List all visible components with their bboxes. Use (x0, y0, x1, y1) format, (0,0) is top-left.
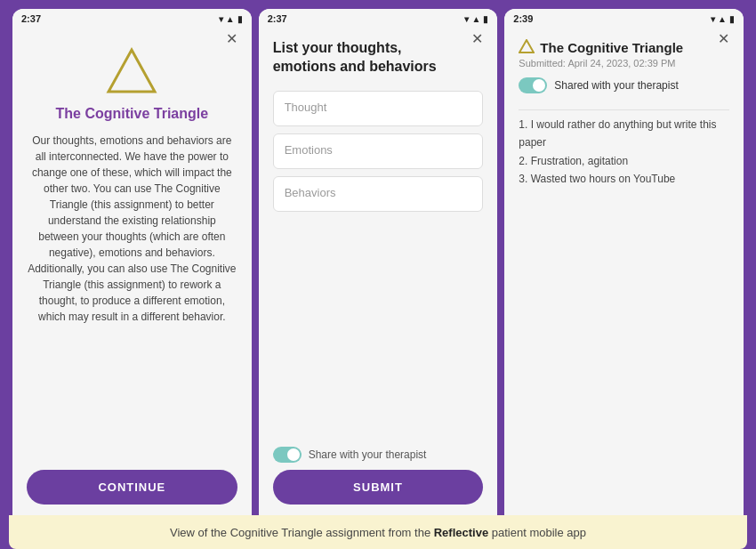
behaviors-placeholder: Behaviors (285, 186, 336, 199)
battery-icon-2: ▮ (483, 14, 488, 24)
thought-field[interactable]: Thought (273, 91, 484, 126)
screen2-title: List your thoughts, emotions and behavio… (273, 39, 484, 77)
screen3-title-text: The Cognitive Triangle (540, 40, 683, 55)
wifi-icon: ▾ (219, 14, 223, 24)
emotions-placeholder: Emotions (285, 143, 333, 157)
status-bar-1: 2:37 ▾ ▲ ▮ (12, 9, 252, 28)
entry-1: 1. I would rather do anything but write … (519, 116, 729, 152)
screen-content-1: The Cognitive Triangle Our thoughts, emo… (12, 28, 252, 515)
triangle-container (27, 46, 237, 95)
share-toggle[interactable] (273, 447, 302, 463)
status-icons-3: ▾ ▲ ▮ (711, 14, 735, 24)
emotions-field[interactable]: Emotions (273, 133, 484, 169)
divider (519, 109, 729, 110)
screen2-bottom: Share with your therapist SUBMIT (273, 432, 484, 505)
entries-list: 1. I would rather do anything but write … (519, 116, 729, 189)
battery-icon: ▮ (237, 14, 243, 24)
screen-content-3: The Cognitive Triangle Submitted: April … (504, 28, 744, 515)
svg-marker-1 (519, 40, 534, 52)
footer-text-before: View of the Cognitive Triangle assignmen… (170, 526, 434, 539)
shared-toggle-row: Shared with your therapist (519, 77, 729, 93)
submit-button[interactable]: SUBMIT (273, 470, 484, 505)
footer-text-after: patient mobile app (488, 526, 586, 539)
close-button-2[interactable]: ✕ (468, 28, 487, 49)
triangle-small-icon (519, 39, 535, 56)
share-label: Share with your therapist (309, 448, 427, 461)
entry-2: 2. Frustration, agitation (519, 152, 729, 170)
status-bar-2: 2:37 ▾ ▲ ▮ (259, 9, 498, 28)
screen-content-2: List your thoughts, emotions and behavio… (259, 28, 498, 515)
time-1: 2:37 (21, 13, 41, 24)
entry-3: 3. Wasted two hours on YouTube (519, 170, 729, 188)
share-row: Share with your therapist (273, 440, 484, 463)
form-fields: Thought Emotions Behaviors (273, 91, 484, 219)
shared-label: Shared with your therapist (554, 79, 678, 92)
screen-1: 2:37 ▾ ▲ ▮ ✕ The Cognitive Triangle Our … (12, 9, 252, 515)
close-button-3[interactable]: ✕ (714, 28, 733, 49)
footer-brand: Reflective (434, 526, 488, 539)
close-button-1[interactable]: ✕ (222, 28, 241, 49)
status-icons-1: ▾ ▲ ▮ (219, 14, 243, 24)
svg-marker-0 (109, 50, 155, 92)
time-2: 2:37 (268, 13, 287, 24)
shared-toggle[interactable] (519, 77, 547, 93)
status-icons-2: ▾ ▲ ▮ (464, 14, 488, 24)
wifi-icon-2: ▾ (464, 14, 469, 24)
signal-icon-2: ▲ (471, 14, 480, 24)
status-bar-3: 2:39 ▾ ▲ ▮ (504, 9, 744, 28)
wifi-icon-3: ▾ (711, 14, 715, 24)
footer-text: View of the Cognitive Triangle assignmen… (170, 526, 586, 539)
behaviors-field[interactable]: Behaviors (273, 176, 484, 212)
screen1-body: Our thoughts, emotions and behaviors are… (27, 133, 237, 456)
submitted-label: Submitted: April 24, 2023, 02:39 PM (519, 58, 729, 69)
screen1-title: The Cognitive Triangle (27, 106, 237, 122)
triangle-icon (105, 46, 158, 95)
battery-icon-3: ▮ (729, 14, 735, 24)
continue-button[interactable]: CONTINUE (27, 470, 237, 505)
thought-placeholder: Thought (285, 101, 327, 114)
signal-icon: ▲ (226, 14, 235, 24)
footer-bar: View of the Cognitive Triangle assignmen… (9, 515, 747, 549)
screen-3: 2:39 ▾ ▲ ▮ ✕ The Cognitive Triangle Subm… (504, 9, 744, 515)
signal-icon-3: ▲ (718, 14, 727, 24)
screen3-title: The Cognitive Triangle (519, 39, 729, 56)
time-3: 2:39 (513, 13, 533, 24)
screen-2: 2:37 ▾ ▲ ▮ ✕ List your thoughts, emotion… (259, 9, 498, 515)
